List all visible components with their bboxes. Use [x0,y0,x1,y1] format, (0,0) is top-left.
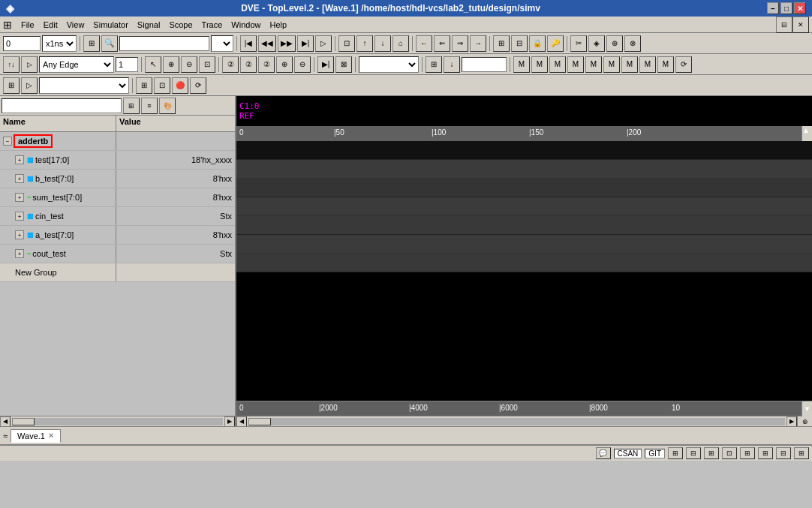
close-wave-button[interactable]: ✕ [792,17,809,33]
tb-btn-12[interactable]: ⇒ [452,35,468,52]
display-select[interactable] [39,77,129,94]
menu-trace[interactable]: Trace [197,19,227,31]
cout_test-expand-btn[interactable]: + [15,249,24,258]
tb-btn-9[interactable]: ⌂ [392,35,409,52]
search-filter-select[interactable] [211,35,233,52]
menu-window[interactable]: Window [227,19,265,31]
tb-btn-19[interactable]: ◈ [588,35,605,52]
menu-edit[interactable]: Edit [39,19,62,31]
wave-row-addertb[interactable] [236,141,812,160]
zoom-out-btn[interactable]: ⊖ [181,56,197,73]
menu-simulator[interactable]: Simulator [89,19,132,31]
snap-btn5[interactable]: M [585,56,602,73]
menu-scope[interactable]: Scope [164,19,197,31]
wave-scroll-right[interactable]: ▶ [786,416,797,427]
edge-mode-select[interactable]: Any Edge Rising Edge Falling Edge [39,56,114,73]
tb-btn-14[interactable]: ⊞ [493,35,510,52]
menu-view[interactable]: View [62,19,89,31]
time-unit-select[interactable]: x1ns x1ps x1fs [42,35,77,52]
tb3-btn6[interactable]: ⟳ [190,77,206,94]
play-btn[interactable]: ▶| [317,56,334,73]
tab-wave1-close[interactable]: ✕ [48,431,54,440]
wave-scroll-left[interactable]: ◀ [236,416,247,427]
stop-btn[interactable]: ⊠ [335,56,352,73]
chat-icon[interactable]: 💬 [596,447,611,459]
edge-count-input[interactable] [116,57,138,72]
b_test-expand-btn[interactable]: + [15,174,24,183]
maximize-button[interactable]: □ [780,2,792,14]
tb3-btn1[interactable]: ⊞ [3,77,20,94]
wave-input[interactable] [462,57,507,72]
wave-row-cout_test[interactable] [236,254,812,272]
signal-row-sum_test[interactable]: + ~ sum_test[7:0] 8'hxx [0,188,235,207]
signal-row-b_test[interactable]: + ▦ b_test[7:0] 8'hxx [0,170,235,188]
tb3-btn5[interactable]: 🔴 [172,77,188,94]
snap-btn6[interactable]: M [603,56,620,73]
menu-help[interactable]: Help [265,19,291,31]
snap-btn9[interactable]: M [657,56,674,73]
tb-btn-5[interactable]: ▷ [315,35,332,52]
cursor-btn[interactable]: ↖ [145,56,161,73]
zoom-in-btn[interactable]: ⊕ [163,56,179,73]
sig-scroll-track[interactable] [12,418,223,425]
tb2-btn-2[interactable]: ▷ [21,56,38,73]
tb3-btn3[interactable]: ⊞ [136,77,152,94]
tb-btn-10[interactable]: ← [416,35,432,52]
status-icon-6[interactable]: ⊞ [758,447,773,459]
signal-color-btn[interactable]: 🎨 [159,98,176,114]
tb-btn-20[interactable]: ⊕ [606,35,623,52]
snap-btn8[interactable]: M [639,56,656,73]
tb-btn-16[interactable]: 🔒 [529,35,546,52]
time-input[interactable] [3,36,41,51]
tb3-btn4[interactable]: ⊡ [154,77,170,94]
status-icon-3[interactable]: ⊞ [704,447,719,459]
tb-btn-8[interactable]: ↓ [374,35,391,52]
nav-fwd-btn[interactable]: ② [240,56,257,73]
sig-scroll-left[interactable]: ◀ [0,416,11,427]
wave-row-b_test[interactable] [236,179,812,197]
nav-btn3[interactable]: ② [258,56,275,73]
nav-back-btn[interactable]: ② [222,56,239,73]
minimize-button[interactable]: − [767,2,779,14]
tb-btn-15[interactable]: ⊟ [511,35,528,52]
search-input[interactable] [119,36,209,51]
tb-btn-21[interactable]: ⊗ [624,35,641,52]
tab-wave1[interactable]: Wave.1 ✕ [11,429,61,443]
status-icon-8[interactable]: ⊞ [794,447,809,459]
signal-row-a_test[interactable]: + ▦ a_test[7:0] 8'hxx [0,226,235,245]
search-btn[interactable]: 🔍 [101,35,118,52]
a_test-expand-btn[interactable]: + [15,230,24,239]
sig-scroll-right[interactable]: ▶ [224,416,235,427]
tb-btn-3[interactable]: ▶▶ [278,35,296,52]
tb-btn-13[interactable]: → [470,35,486,52]
wave-row-sum_test[interactable] [236,197,812,216]
test-expand-btn[interactable]: + [15,155,24,164]
tb2-btn-1[interactable]: ↑↓ [3,56,20,73]
menu-signal[interactable]: Signal [133,19,165,31]
status-icon-2[interactable]: ⊟ [686,447,701,459]
cin_test-expand-btn[interactable]: + [15,212,24,221]
snap-btn10[interactable]: ⟳ [675,56,692,73]
signal-row-cin_test[interactable]: + ▦ cin_test Stx [0,207,235,226]
vscroll-bottom[interactable]: ▼ [801,401,812,416]
signal-display-btn[interactable]: ≡ [141,98,158,114]
status-icon-5[interactable]: ⊞ [740,447,755,459]
wave-row-a_test[interactable] [236,235,812,254]
snap-btn2[interactable]: M [531,56,548,73]
tb-btn-1[interactable]: |◀ [240,35,257,52]
tb-btn-18[interactable]: ✂ [570,35,587,52]
tb-btn-11[interactable]: ⇐ [434,35,450,52]
signal-row-addertb[interactable]: − addertb [0,132,235,151]
tb-btn-4[interactable]: ▶| [297,35,314,52]
restore-button[interactable]: ⊟ [776,17,792,33]
wave-scroll-track[interactable] [248,418,785,425]
addertb-expand-btn[interactable]: − [3,137,12,146]
snap-btn3[interactable]: M [549,56,566,73]
snap-btn1[interactable]: M [513,56,530,73]
signal-group-btn[interactable]: ⊞ [123,98,140,114]
wave-row-test[interactable] [236,160,812,179]
tb-btn-7[interactable]: ↑ [356,35,373,52]
nav-btn4[interactable]: ⊕ [276,56,293,73]
snap-btn4[interactable]: M [567,56,584,73]
tb-btn-17[interactable]: 🔑 [547,35,564,52]
